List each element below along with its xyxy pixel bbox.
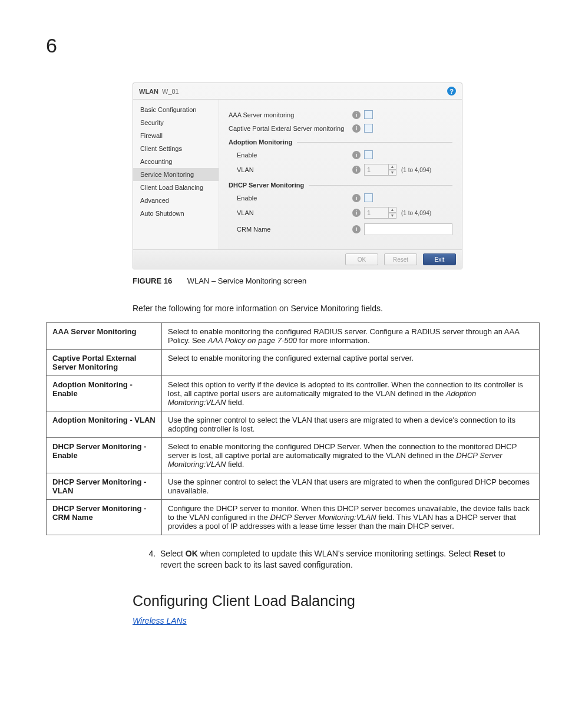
step-4: Select OK when completed to update this … — [158, 548, 521, 571]
sidenav-item-auto-shutdown[interactable]: Auto Shutdown — [133, 207, 219, 220]
figure-caption-text: WLAN – Service Monitoring screen — [187, 276, 306, 285]
adoption-section-title: Adoption Monitoring — [229, 139, 452, 146]
info-icon[interactable]: i — [352, 225, 361, 233]
figure-label: FIGURE 16 — [133, 276, 172, 285]
table-row: DHCP Server Monitoring - VLANUse the spi… — [47, 473, 540, 499]
crm-label: CRM Name — [229, 226, 352, 233]
help-icon[interactable]: ? — [447, 87, 456, 95]
field-name: Adoption Monitoring - VLAN — [47, 411, 162, 437]
field-name: Adoption Monitoring - Enable — [47, 375, 162, 411]
panel-title-prefix: WLAN — [139, 88, 158, 95]
field-description: Select to enable monitoring the configur… — [162, 437, 540, 473]
table-row: Adoption Monitoring - VLANUse the spinne… — [47, 411, 540, 437]
field-name: DHCP Server Monitoring - Enable — [47, 437, 162, 473]
step-reset: Reset — [474, 549, 496, 558]
field-name: AAA Server Monitoring — [47, 322, 162, 349]
panel-title-bar: WLAN W_01 ? — [133, 83, 462, 100]
dhcp-vlan-spinner[interactable]: ▲▼ — [364, 207, 396, 219]
captive-checkbox[interactable] — [364, 124, 373, 133]
dhcp-vlan-label: VLAN — [229, 209, 352, 216]
sidenav-item-security[interactable]: Security — [133, 116, 219, 129]
adoption-vlan-input[interactable] — [364, 164, 389, 176]
field-name: DHCP Server Monitoring - VLAN — [47, 473, 162, 499]
field-description: Select this option to verify if the devi… — [162, 375, 540, 411]
dhcp-vlan-input[interactable] — [364, 207, 389, 219]
step-text: Select — [160, 549, 186, 558]
form-area: AAA Server monitoring i Captive Portal E… — [219, 100, 462, 249]
sidenav-item-service-monitoring[interactable]: Service Monitoring — [133, 168, 219, 181]
step-list: Select OK when completed to update this … — [147, 548, 521, 571]
info-icon[interactable]: i — [352, 166, 361, 174]
field-name: DHCP Server Monitoring - CRM Name — [47, 499, 162, 535]
info-icon[interactable]: i — [352, 124, 361, 133]
field-description: Select to enable monitoring the configur… — [162, 349, 540, 375]
adoption-vlan-hint: (1 to 4,094) — [401, 167, 431, 173]
reference-table: AAA Server MonitoringSelect to enable mo… — [46, 322, 540, 535]
spinner-down-icon[interactable]: ▼ — [388, 170, 396, 176]
ok-button[interactable]: OK — [345, 253, 378, 265]
adoption-enable-checkbox[interactable] — [364, 150, 373, 159]
table-row: Adoption Monitoring - EnableSelect this … — [47, 375, 540, 411]
field-name: Captive Portal External Server Monitorin… — [47, 349, 162, 375]
side-nav: Basic Configuration Security Firewall Cl… — [133, 100, 219, 249]
crm-name-input[interactable] — [364, 223, 452, 235]
spinner-down-icon[interactable]: ▼ — [388, 213, 396, 219]
sidenav-item-accounting[interactable]: Accounting — [133, 155, 219, 168]
field-description: Use the spinner control to select the VL… — [162, 411, 540, 437]
intro-paragraph: Refer the following for more information… — [133, 303, 521, 314]
sidenav-item-firewall[interactable]: Firewall — [133, 129, 219, 142]
sidenav-item-advanced[interactable]: Advanced — [133, 194, 219, 207]
step-text: when completed to update this WLAN's ser… — [198, 549, 474, 558]
dhcp-enable-label: Enable — [229, 195, 352, 202]
dhcp-section-label: DHCP Server Monitoring — [229, 182, 304, 189]
panel-footer: OK Reset Exit — [133, 249, 462, 269]
dhcp-vlan-hint: (1 to 4,094) — [401, 210, 431, 216]
adoption-enable-label: Enable — [229, 151, 352, 159]
figure-caption: FIGURE 16 WLAN – Service Monitoring scre… — [133, 276, 521, 285]
aaa-checkbox[interactable] — [364, 110, 373, 119]
info-icon[interactable]: i — [352, 194, 361, 202]
field-description: Configure the DHCP server to monitor. Wh… — [162, 499, 540, 535]
table-row: AAA Server MonitoringSelect to enable mo… — [47, 322, 540, 349]
field-description: Select to enable monitoring the configur… — [162, 322, 540, 349]
table-row: DHCP Server Monitoring - EnableSelect to… — [47, 437, 540, 473]
captive-label: Captive Portal Exteral Server monitoring — [229, 125, 352, 132]
info-icon[interactable]: i — [352, 111, 361, 119]
dhcp-section-title: DHCP Server Monitoring — [229, 182, 452, 189]
field-description: Use the spinner control to select the VL… — [162, 473, 540, 499]
adoption-section-label: Adoption Monitoring — [229, 139, 292, 146]
info-icon[interactable]: i — [352, 209, 361, 217]
aaa-label: AAA Server monitoring — [229, 111, 352, 118]
step-ok: OK — [186, 549, 198, 558]
reset-button[interactable]: Reset — [384, 253, 417, 265]
spinner-up-icon[interactable]: ▲ — [388, 207, 396, 213]
screenshot-panel: WLAN W_01 ? Basic Configuration Security… — [133, 83, 462, 269]
adoption-vlan-label: VLAN — [229, 166, 352, 173]
table-row: Captive Portal External Server Monitorin… — [47, 349, 540, 375]
adoption-vlan-spinner[interactable]: ▲▼ — [364, 164, 396, 176]
panel-title-name: W_01 — [162, 88, 179, 95]
table-row: DHCP Server Monitoring - CRM NameConfigu… — [47, 499, 540, 535]
sidenav-item-basic[interactable]: Basic Configuration — [133, 103, 219, 116]
exit-button[interactable]: Exit — [423, 253, 456, 265]
wireless-lans-link[interactable]: Wireless LANs — [133, 616, 187, 625]
section-heading: Configuring Client Load Balancing — [133, 592, 521, 610]
dhcp-enable-checkbox[interactable] — [364, 193, 373, 202]
info-icon[interactable]: i — [352, 151, 361, 159]
sidenav-item-client-settings[interactable]: Client Settings — [133, 142, 219, 155]
spinner-up-icon[interactable]: ▲ — [388, 164, 396, 170]
page-number: 6 — [46, 34, 57, 57]
sidenav-item-client-load-balancing[interactable]: Client Load Balancing — [133, 181, 219, 194]
